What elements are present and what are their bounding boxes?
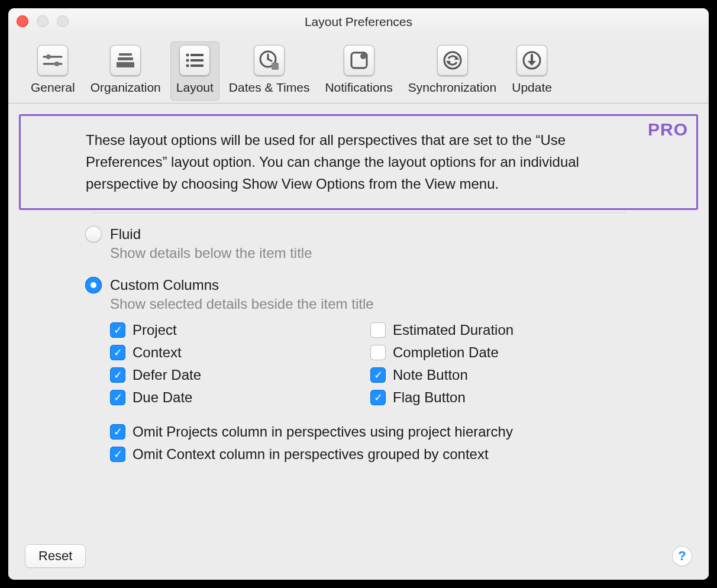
notifications-icon <box>344 45 374 76</box>
list-layout-icon <box>179 45 210 76</box>
tab-dates-times[interactable]: Dates & Times <box>223 41 316 101</box>
separator <box>91 212 626 213</box>
sync-icon <box>437 45 468 76</box>
content-area: PRO These layout options will be used fo… <box>8 104 709 580</box>
checkbox-label: Completion Date <box>393 344 499 361</box>
omit-options: ✓ Omit Projects column in perspectives u… <box>110 424 709 463</box>
check-icon: ✓ <box>110 390 125 405</box>
svg-rect-12 <box>190 64 204 67</box>
check-icon: ✓ <box>370 367 386 383</box>
stack-icon <box>110 45 141 76</box>
sliders-icon <box>37 45 68 76</box>
svg-point-7 <box>186 54 189 57</box>
help-button[interactable]: ? <box>672 546 692 566</box>
checkbox-label: Note Button <box>393 367 468 383</box>
checkbox-label: Omit Context column in perspectives grou… <box>133 446 489 463</box>
radio-custom-columns[interactable]: Custom Columns <box>85 277 709 293</box>
layout-options: Fluid Show details below the item title … <box>8 226 709 463</box>
callout-text: These layout options will be used for al… <box>86 129 631 195</box>
svg-point-2 <box>46 54 51 59</box>
svg-line-15 <box>268 59 272 61</box>
radio-fluid-desc: Show details below the item title <box>85 245 709 261</box>
checkbox-note-button[interactable]: ✓ Note Button <box>370 367 631 383</box>
checkbox-label: Flag Button <box>393 389 466 406</box>
checkbox-project[interactable]: ✓ Project <box>110 322 370 338</box>
check-icon <box>370 322 386 338</box>
svg-rect-16 <box>272 63 279 70</box>
checkbox-label: Defer Date <box>133 367 201 383</box>
checkbox-label: Omit Projects column in perspectives usi… <box>133 424 513 440</box>
footer: Reset ? <box>8 532 709 580</box>
checkbox-context[interactable]: ✓ Context <box>110 344 370 361</box>
checkbox-label: Due Date <box>133 389 192 406</box>
radio-icon <box>85 277 102 293</box>
tab-label: Organization <box>91 80 161 95</box>
svg-point-3 <box>54 62 59 66</box>
check-icon: ✓ <box>110 322 125 338</box>
checkbox-completion-date[interactable]: Completion Date <box>370 344 631 361</box>
svg-marker-24 <box>528 61 536 66</box>
pro-badge: PRO <box>648 119 688 140</box>
window-controls <box>17 15 69 27</box>
radio-label: Fluid <box>110 226 141 243</box>
radio-icon <box>85 226 102 243</box>
reset-button[interactable]: Reset <box>25 544 86 568</box>
checkbox-flag-button[interactable]: ✓ Flag Button <box>370 389 631 406</box>
preferences-window: Layout Preferences General Organization … <box>8 8 709 580</box>
svg-rect-5 <box>118 57 133 60</box>
tab-label: Dates & Times <box>229 80 310 95</box>
tab-synchronization[interactable]: Synchronization <box>402 41 502 101</box>
svg-point-18 <box>360 53 366 59</box>
check-icon <box>370 345 386 360</box>
titlebar: Layout Preferences <box>8 8 709 35</box>
svg-rect-4 <box>119 53 132 56</box>
tab-label: Layout <box>176 80 214 95</box>
checkbox-due-date[interactable]: ✓ Due Date <box>110 389 370 406</box>
pro-callout: PRO These layout options will be used fo… <box>19 114 698 210</box>
svg-point-9 <box>186 59 189 62</box>
window-title: Layout Preferences <box>305 15 412 29</box>
tab-label: Update <box>512 80 552 95</box>
checkbox-label: Project <box>133 322 177 338</box>
prefs-toolbar: General Organization Layout Dates & Time… <box>8 35 709 104</box>
svg-rect-10 <box>190 59 204 62</box>
svg-point-11 <box>186 64 189 67</box>
checkbox-label: Context <box>133 344 182 361</box>
tab-label: Synchronization <box>408 80 496 95</box>
tab-update[interactable]: Update <box>506 41 558 101</box>
check-icon: ✓ <box>110 367 125 383</box>
clock-icon <box>254 45 285 76</box>
svg-rect-6 <box>117 62 134 67</box>
checkbox-label: Estimated Duration <box>393 322 513 338</box>
radio-label: Custom Columns <box>110 277 219 293</box>
checkbox-defer-date[interactable]: ✓ Defer Date <box>110 367 370 383</box>
check-icon: ✓ <box>370 390 386 405</box>
check-icon: ✓ <box>110 447 125 462</box>
tab-notifications[interactable]: Notifications <box>319 41 398 101</box>
check-icon: ✓ <box>110 345 125 360</box>
checkbox-omit-context[interactable]: ✓ Omit Context column in perspectives gr… <box>110 446 709 463</box>
download-icon <box>516 45 547 76</box>
checkbox-omit-projects[interactable]: ✓ Omit Projects column in perspectives u… <box>110 424 709 440</box>
radio-fluid[interactable]: Fluid <box>85 226 709 243</box>
checkbox-estimated-duration[interactable]: Estimated Duration <box>370 322 631 338</box>
zoom-window-button[interactable] <box>57 15 69 27</box>
svg-point-19 <box>444 52 461 69</box>
tab-layout[interactable]: Layout <box>170 41 219 101</box>
close-window-button[interactable] <box>17 15 28 27</box>
svg-rect-8 <box>190 54 204 56</box>
radio-custom-desc: Show selected details beside the item ti… <box>85 296 709 312</box>
minimize-window-button[interactable] <box>37 15 49 27</box>
tab-organization[interactable]: Organization <box>85 41 167 101</box>
tab-label: Notifications <box>325 80 392 95</box>
check-icon: ✓ <box>110 424 125 440</box>
column-checkboxes: ✓ Project Estimated Duration ✓ Context C… <box>110 322 709 406</box>
tab-label: General <box>31 80 75 95</box>
tab-general[interactable]: General <box>25 41 81 101</box>
